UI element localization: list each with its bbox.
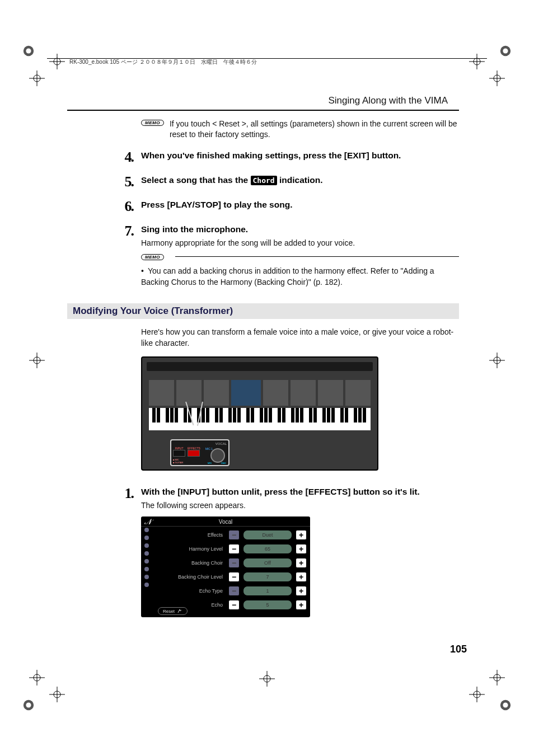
minus-button[interactable]: −	[228, 558, 240, 568]
step-6: 6. Press [PLAY/STOP] to play the song.	[114, 199, 459, 214]
step-7: 7. Sing into the microphone. Harmony app…	[114, 224, 459, 247]
svg-point-7	[503, 702, 508, 707]
step-num-4: 4.	[114, 150, 133, 165]
vocal-zoom-callout: VOCAL MIC 1 INPUT EFFECTS ■ MIC ■ GUITAR	[170, 439, 229, 466]
memo-2-bullet: •You can add a backing chorus in additio…	[141, 266, 459, 288]
subheading-transformer: Modifying Your Voice (Transformer)	[67, 303, 459, 319]
crosshair-bottom-center	[259, 671, 275, 687]
reset-button[interactable]: Reset	[158, 607, 188, 615]
mic1-label: MIC 1	[205, 447, 213, 450]
step-5: 5. Select a song that has the Chord indi…	[114, 175, 459, 189]
vocal-row: Echo Type−1+	[154, 585, 307, 597]
minus-button[interactable]: −	[228, 572, 240, 582]
vocal-row-value[interactable]: 65	[243, 544, 292, 554]
step-7-desc: Harmony appropriate for the song will be…	[141, 238, 459, 247]
step-6-title: Press [PLAY/STOP] to play the song.	[141, 199, 459, 210]
input-button	[173, 450, 185, 457]
vocal-row-label: Harmony Level	[154, 546, 225, 552]
keyboard-figure: Roland	[141, 356, 378, 471]
step-b1-num: 1.	[114, 486, 133, 501]
step-5-pre: Select a song that has the	[141, 175, 251, 185]
vocal-screen-title: Vocal	[141, 516, 310, 527]
minus-button[interactable]: −	[228, 586, 240, 596]
memo-rule-line	[175, 256, 459, 257]
left-dots	[141, 524, 152, 617]
plus-button[interactable]: +	[296, 572, 307, 582]
vocal-row-label: Backing Choir Level	[154, 574, 225, 580]
section-title: Singing Along with the VIMA	[67, 95, 459, 111]
step-5-title: Select a song that has the Chord indicat…	[141, 175, 459, 186]
step-7-title: Sing into the microphone.	[141, 224, 459, 235]
vocal-label: VOCAL	[173, 442, 227, 445]
vocal-row-value[interactable]: 7	[243, 572, 292, 582]
vocal-row-label: Backing Choir	[154, 560, 225, 566]
step-4: 4. When you've finished making settings,…	[114, 150, 459, 165]
crosshair-bl2	[29, 670, 45, 685]
memo-badge-2: MEMO	[141, 254, 164, 260]
min-label: MIN	[208, 462, 212, 464]
transformer-description: Here's how you can transform a female vo…	[141, 327, 459, 349]
vocal-row-value[interactable]: Off	[243, 558, 292, 568]
vocal-row: Effects−Duet+	[154, 529, 307, 541]
crosshair-bl	[49, 687, 65, 702]
minus-button[interactable]: −	[228, 600, 240, 610]
plus-button[interactable]: +	[296, 544, 307, 554]
step-5-post: indication.	[279, 175, 323, 185]
step-b1: 1. With the [INPUT] button unlit, press …	[114, 486, 459, 510]
plus-button[interactable]: +	[296, 586, 307, 596]
step-b1-desc: The following screen appears.	[141, 501, 459, 510]
touch-icon	[177, 608, 182, 614]
minus-button[interactable]: −	[228, 544, 240, 554]
vocal-row: Backing Choir−Off+	[154, 557, 307, 569]
crosshair-right	[489, 71, 505, 86]
crosshair-br2	[489, 670, 505, 685]
reg-mark-bl	[22, 699, 35, 711]
mic-knob	[210, 448, 225, 463]
step-b1-title: With the [INPUT] button unlit, press the…	[141, 486, 459, 497]
guitar-label: GUITAR	[175, 461, 184, 464]
vocal-row: Backing Choir Level−7+	[154, 571, 307, 583]
vocal-row-value[interactable]: 5	[243, 600, 292, 610]
max-label: MAX	[221, 462, 226, 464]
step-num-7: 7.	[114, 224, 133, 238]
plus-button[interactable]: +	[296, 600, 307, 610]
memo-2-text: You can add a backing chorus in addition…	[141, 266, 434, 287]
plus-button[interactable]: +	[296, 530, 307, 540]
crosshair-left	[29, 71, 45, 86]
svg-point-3	[503, 48, 508, 53]
vocal-settings-screen: 𝒩 Vocal Effects−Duet+Harmony Level−65+Ba…	[141, 516, 310, 617]
piano-keys	[149, 408, 371, 430]
reg-mark-tr	[499, 45, 512, 57]
vocal-row-value[interactable]: Duet	[243, 530, 292, 540]
step-num-6: 6.	[114, 199, 133, 214]
vocal-row-label: Effects	[154, 532, 225, 538]
reset-label: Reset	[163, 609, 175, 614]
reg-mark-tl	[22, 45, 35, 57]
crosshair-mid-l	[29, 353, 45, 368]
plus-button[interactable]: +	[296, 558, 307, 568]
vocal-row-value[interactable]: 1	[243, 586, 292, 596]
crosshair-br	[469, 687, 485, 702]
chord-badge: Chord	[251, 176, 277, 185]
memo-badge-1: MEMO	[141, 120, 164, 126]
step-4-title: When you've finished making settings, pr…	[141, 150, 459, 161]
vocal-row: Harmony Level−65+	[154, 543, 307, 555]
memo-text-1: If you touch < Reset >, all settings (pa…	[170, 119, 459, 140]
crosshair-mid-r	[489, 353, 505, 368]
reg-mark-br	[499, 699, 512, 711]
page-number: 105	[450, 644, 467, 655]
step-num-5: 5.	[114, 175, 133, 189]
minus-button[interactable]: −	[228, 530, 240, 540]
vocal-row-label: Echo Type	[154, 588, 225, 594]
svg-point-1	[26, 48, 31, 53]
svg-point-5	[26, 702, 31, 707]
top-rule-line: RK-300_e.book 105 ページ ２００８年９月１０日 水曜日 午後４…	[47, 58, 487, 66]
file-info: RK-300_e.book 105 ページ ２００８年９月１０日 水曜日 午後４…	[69, 58, 487, 66]
effects-button	[188, 450, 200, 457]
